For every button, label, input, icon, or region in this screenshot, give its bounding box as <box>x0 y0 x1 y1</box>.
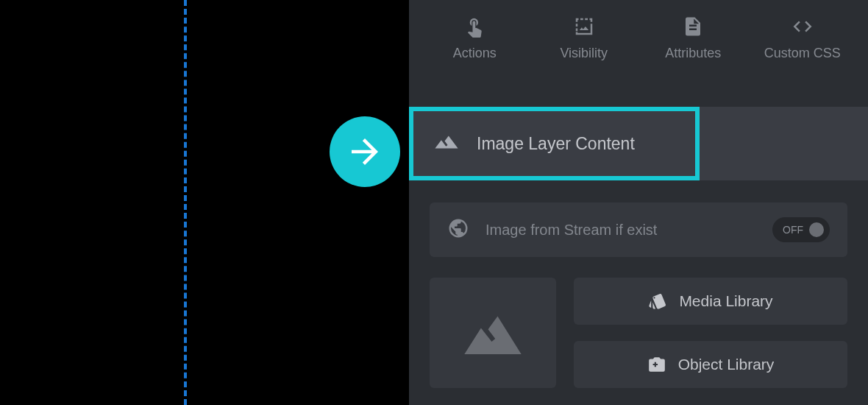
canvas-area <box>0 0 409 405</box>
object-library-button[interactable]: Object Library <box>574 341 847 388</box>
tab-visibility[interactable]: Visibility <box>533 15 636 61</box>
globe-icon <box>447 217 469 242</box>
image-layer-content-header[interactable]: Image Layer Content <box>409 107 700 180</box>
mountain-placeholder-icon <box>464 311 522 354</box>
tab-attributes[interactable]: Attributes <box>642 15 744 61</box>
document-icon <box>681 15 705 38</box>
tab-label: Attributes <box>665 46 721 61</box>
section-header-row: Image Layer Content <box>409 107 868 180</box>
stream-image-toggle[interactable]: OFF <box>772 217 830 242</box>
toggle-state-label: OFF <box>783 224 803 236</box>
section-content: Image from Stream if exist OFF Media Lib… <box>409 180 868 388</box>
section-title: Image Layer Content <box>477 134 635 154</box>
image-dashed-icon <box>572 15 596 38</box>
mountain-icon <box>434 130 459 158</box>
media-library-button[interactable]: Media Library <box>574 278 847 325</box>
style-icon <box>648 292 667 311</box>
stream-image-row: Image from Stream if exist OFF <box>430 202 847 257</box>
library-buttons-column: Media Library Object Library <box>574 278 847 388</box>
media-library-label: Media Library <box>679 292 772 310</box>
arrow-right-icon <box>345 132 385 172</box>
touch-icon <box>463 15 486 38</box>
tab-label: Visibility <box>560 46 608 61</box>
object-library-label: Object Library <box>678 356 775 373</box>
vertical-guide-line <box>184 0 187 405</box>
code-icon <box>791 15 814 38</box>
tab-actions[interactable]: Actions <box>424 15 526 61</box>
properties-panel: Actions Visibility Attributes Custom CSS <box>409 0 868 405</box>
tab-label: Custom CSS <box>764 46 841 61</box>
tab-custom-css[interactable]: Custom CSS <box>752 15 854 61</box>
tab-label: Actions <box>453 46 497 61</box>
image-source-row: Media Library Object Library <box>430 278 847 388</box>
panel-tabs: Actions Visibility Attributes Custom CSS <box>409 0 868 79</box>
toggle-knob <box>809 222 824 237</box>
stream-image-label: Image from Stream if exist <box>485 222 756 239</box>
camera-plus-icon <box>647 355 666 374</box>
image-preview-box[interactable] <box>430 278 556 388</box>
highlight-arrow-indicator <box>330 116 400 187</box>
